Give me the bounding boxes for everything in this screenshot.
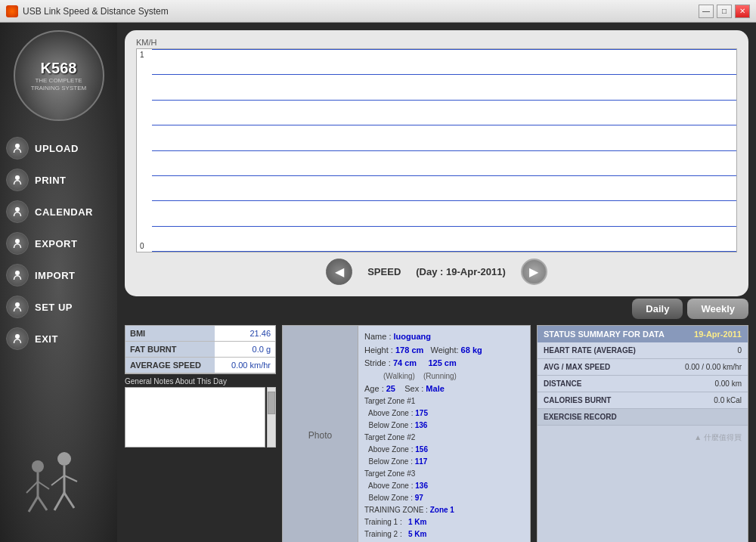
svg-line-12 (38, 497, 47, 510)
exit-icon (6, 327, 29, 350)
svg-point-2 (15, 207, 20, 212)
view-toggle: Daily Weekly (125, 299, 748, 319)
profile-name: luoguang (394, 332, 432, 341)
sidebar-item-exit[interactable]: EXIT (0, 323, 106, 355)
maximize-button[interactable]: □ (717, 5, 732, 18)
profile-age-sex-row: Age : 25 Sex : Male (364, 382, 524, 396)
training-zone-row: TRAINING ZONE : Zone 1 (364, 504, 524, 516)
svg-line-18 (64, 493, 74, 508)
bottom-panels: BMI 21.46 FAT BURNT 0.0 g AVERAGE SPEED … (125, 325, 748, 542)
prev-button[interactable]: ◀ (326, 259, 352, 285)
profile-sex: Male (426, 384, 444, 393)
import-label: IMPORT (35, 270, 76, 281)
sidebar-item-print[interactable]: PRINT (0, 164, 106, 196)
avg-speed-row: AVERAGE SPEED 0.00 km/hr (125, 358, 275, 373)
notes-area: General Notes About This Day (125, 377, 276, 448)
fat-burnt-label: FAT BURNT (125, 342, 215, 357)
print-icon (6, 169, 29, 191)
minimize-button[interactable]: — (699, 5, 714, 18)
tz1-row: Target Zone #1 (364, 395, 524, 407)
grid-line-6 (152, 175, 736, 176)
tz3-above-row: Above Zone : 136 (364, 480, 524, 492)
sidebar-item-upload[interactable]: UPLOAD (0, 132, 106, 164)
svg-point-3 (15, 239, 20, 243)
grid-line-2 (152, 74, 736, 75)
profile-stride-walk: 74 cm (393, 358, 417, 367)
sidebar-item-calendar[interactable]: CALENDAR (0, 196, 106, 228)
exercise-row: EXERCISE RECORD (538, 409, 748, 426)
chart-y-label: KM/H (136, 38, 737, 47)
chart-y-axis: 1 0 (137, 49, 152, 252)
training2-row: Training 2 : 5 Km (364, 528, 524, 540)
notes-scrollbar[interactable] (267, 387, 276, 448)
notes-textarea[interactable] (125, 387, 265, 448)
status-date: 19-Apr-2011 (694, 330, 742, 339)
window-controls: — □ ✕ (699, 5, 750, 18)
notes-container (125, 387, 276, 448)
status-header-label: STATUS SUMMARY FOR DATA (544, 330, 665, 339)
svg-point-6 (15, 334, 20, 339)
import-icon (6, 264, 29, 286)
profile-data: Name : luoguang Height : 178 cm Weight: … (358, 326, 530, 542)
exercise-label: EXERCISE RECORD (544, 413, 617, 421)
distance-value: 0.00 km (714, 379, 742, 388)
bmi-row: BMI 21.46 (125, 326, 275, 342)
notes-label: General Notes About This Day (125, 377, 276, 386)
profile-weight: 68 kg (461, 345, 482, 355)
profile-height-weight-row: Height : 178 cm Weight: 68 kg (364, 344, 524, 358)
chart-plot (152, 49, 736, 252)
sidebar-item-import[interactable]: IMPORT (0, 259, 106, 291)
upload-icon (6, 137, 29, 160)
svg-point-7 (32, 460, 44, 472)
grid-line-3 (152, 100, 736, 101)
sidebar-item-setup[interactable]: SET UP (0, 291, 106, 323)
weekly-button[interactable]: Weekly (687, 299, 748, 319)
avg-max-speed-row: AVG / MAX SPEED 0.00 / 0.00 km/hr (538, 359, 748, 376)
daily-button[interactable]: Daily (632, 299, 683, 319)
next-button[interactable]: ▶ (521, 259, 547, 285)
svg-point-13 (57, 452, 71, 466)
chart-nav: ◀ SPEED (Day : 19-Apr-2011) ▶ (136, 252, 737, 289)
svg-line-16 (64, 475, 77, 482)
grid-line-5 (152, 150, 736, 151)
app-icon (6, 5, 18, 17)
training1-row: Training 1 : 1 Km (364, 516, 524, 528)
grid-line-1 (152, 49, 736, 50)
scrollbar-thumb (268, 392, 275, 414)
window-title: USB Link Speed & Distance System (23, 6, 169, 17)
calendar-icon (6, 200, 29, 223)
close-button[interactable]: ✕ (735, 5, 750, 18)
y-top: 1 (140, 51, 149, 59)
grid-line-9 (152, 251, 736, 252)
profile-height: 178 cm (395, 345, 423, 355)
calendar-label: CALENDAR (35, 206, 93, 218)
profile-stride-row: Stride : 74 cm 125 cm (364, 357, 524, 370)
grid-line-4 (152, 125, 736, 125)
tz3-below-row: Below Zone : 97 (364, 492, 524, 504)
distance-row: DISTANCE 0.00 km (538, 376, 748, 392)
grid-line-8 (152, 226, 736, 227)
y-bottom: 0 (140, 242, 149, 250)
svg-point-5 (15, 302, 20, 307)
sidebar-item-export[interactable]: EXPORT (0, 228, 106, 259)
heart-rate-row: HEART RATE (AVERAGE) 0 (538, 342, 748, 359)
heart-rate-value: 0 (737, 346, 742, 355)
photo-label: Photo (308, 430, 332, 441)
setup-icon (6, 296, 29, 318)
tz2-row: Target Zone #2 (364, 432, 524, 444)
tz2-above-row: Above Zone : 156 (364, 444, 524, 456)
profile-stride-run: 125 cm (428, 358, 456, 367)
profile-name-row: Name : luoguang (364, 330, 524, 344)
tz1-above-row: Above Zone : 175 (364, 407, 524, 420)
sidebar: K568 THE COMPLETETRAINING SYSTEM UPLOAD … (0, 23, 117, 542)
photo-area: Photo (283, 326, 358, 542)
svg-point-1 (15, 175, 20, 180)
status-panel: STATUS SUMMARY FOR DATA 19-Apr-2011 HEAR… (537, 325, 748, 542)
calories-value: 0.0 kCal (714, 396, 742, 404)
avg-speed-label: AVERAGE SPEED (125, 358, 215, 373)
setup-label: SET UP (35, 302, 73, 313)
profile-stride-note-row: (Walking) (Running) (364, 370, 524, 382)
app-logo: K568 THE COMPLETETRAINING SYSTEM (14, 30, 104, 121)
svg-line-15 (51, 475, 64, 485)
tz1-below-row: Below Zone : 136 (364, 420, 524, 432)
